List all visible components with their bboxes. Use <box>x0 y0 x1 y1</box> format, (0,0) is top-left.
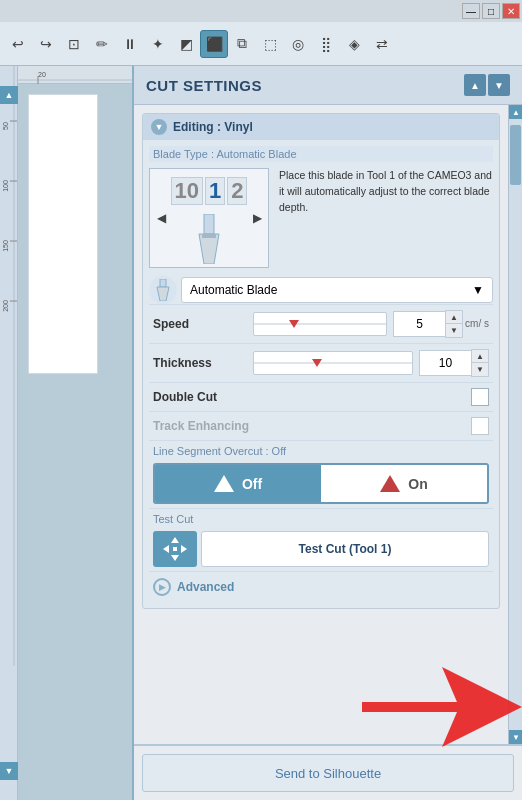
send-btn-container: Send to Silhouette <box>134 744 522 800</box>
scroll-bottom-button[interactable]: ▼ <box>509 730 522 744</box>
thickness-slider[interactable] <box>253 351 413 375</box>
thickness-decrement-button[interactable]: ▼ <box>472 363 488 376</box>
scroll-top-button[interactable]: ▲ <box>509 105 522 119</box>
speed-increment-button[interactable]: ▲ <box>446 311 462 324</box>
svg-marker-16 <box>157 287 169 301</box>
panel-up-button[interactable]: ▲ <box>464 74 486 96</box>
thickness-label: Thickness <box>153 356 253 370</box>
track-enhancing-checkbox[interactable] <box>471 417 489 435</box>
toggle-off-label: Off <box>242 476 262 492</box>
speed-unit-label: cm/ s <box>465 318 489 330</box>
double-cut-checkbox[interactable] <box>471 388 489 406</box>
transfer-icon[interactable]: ⇄ <box>368 30 396 58</box>
thickness-slider-track <box>254 363 412 364</box>
star-icon[interactable]: ✦ <box>144 30 172 58</box>
speed-slider-thumb[interactable] <box>289 320 299 328</box>
blade-type-label: Blade Type : Automatic Blade <box>149 146 493 162</box>
layout-icon[interactable]: ◩ <box>172 30 200 58</box>
panel-title: CUT SETTINGS <box>146 77 262 94</box>
send-to-silhouette-button[interactable]: Send to Silhouette <box>142 754 514 792</box>
scrollbar-thumb[interactable] <box>510 125 521 185</box>
draw-icon[interactable]: ✏ <box>88 30 116 58</box>
diamond-icon[interactable]: ◈ <box>340 30 368 58</box>
vertical-scrollbar[interactable]: ▲ ▼ <box>508 105 522 744</box>
circle-icon[interactable]: ◎ <box>284 30 312 58</box>
pause-icon[interactable]: ⏸ <box>116 30 144 58</box>
test-cut-row: Test Cut (Tool 1) <box>153 531 489 567</box>
grid-icon[interactable]: ⊡ <box>60 30 88 58</box>
frame-icon[interactable]: ⬚ <box>256 30 284 58</box>
blade-next-button[interactable]: ▶ <box>248 209 266 227</box>
test-cut-button[interactable]: Test Cut (Tool 1) <box>201 531 489 567</box>
double-cut-label: Double Cut <box>153 390 471 404</box>
toggle-on-label: On <box>408 476 427 492</box>
svg-text:150: 150 <box>2 240 9 252</box>
line-segment-off-button[interactable]: Off <box>155 465 321 502</box>
test-cut-label: Test Cut <box>149 508 493 527</box>
work-area <box>28 94 98 374</box>
editing-collapse-icon[interactable]: ▼ <box>151 119 167 135</box>
dots-icon[interactable]: ⣿ <box>312 30 340 58</box>
svg-rect-14 <box>202 234 216 238</box>
toolbar: ↩ ↪ ⊡ ✏ ⏸ ✦ ◩ ⬛ ⧉ ⬚ ◎ ⣿ ◈ ⇄ <box>0 22 522 66</box>
test-cut-move-button[interactable] <box>153 531 197 567</box>
maximize-button[interactable]: □ <box>482 3 500 19</box>
line-segment-toggle: Off On <box>153 463 489 504</box>
thickness-input[interactable] <box>419 350 471 376</box>
svg-marker-18 <box>171 555 179 561</box>
minimize-button[interactable]: — <box>462 3 480 19</box>
speed-row: Speed ▲ ▼ cm/ s <box>149 304 493 343</box>
thickness-slider-thumb[interactable] <box>312 359 322 367</box>
svg-text:200: 200 <box>2 300 9 312</box>
svg-text:50: 50 <box>2 122 9 130</box>
copy-icon[interactable]: ⧉ <box>228 30 256 58</box>
panel-arrow-controls: ▲ ▼ <box>464 74 510 96</box>
editing-section-header[interactable]: ▼ Editing : Vinyl <box>143 114 499 140</box>
advanced-play-icon: ▶ <box>153 578 171 596</box>
speed-decrement-button[interactable]: ▼ <box>446 324 462 337</box>
scroll-down-arrow[interactable]: ▼ <box>0 762 18 780</box>
speed-slider-track <box>254 324 386 325</box>
svg-marker-19 <box>163 545 169 553</box>
line-segment-on-button[interactable]: On <box>321 465 487 502</box>
svg-rect-21 <box>173 547 177 551</box>
panel-down-button[interactable]: ▼ <box>488 74 510 96</box>
speed-label: Speed <box>153 317 253 331</box>
blade-dropdown-row: Automatic Blade ▼ <box>149 276 493 304</box>
svg-marker-17 <box>171 537 179 543</box>
advanced-label: Advanced <box>177 580 234 594</box>
app-window: — □ ✕ ↩ ↪ ⊡ ✏ ⏸ ✦ ◩ ⬛ ⧉ ⬚ ◎ ⣿ ◈ ⇄ ▲ 50 1… <box>0 0 522 800</box>
undo-icon[interactable]: ↩ <box>4 30 32 58</box>
blade-num-10: 10 <box>171 177 203 205</box>
svg-rect-15 <box>160 279 166 287</box>
close-button[interactable]: ✕ <box>502 3 520 19</box>
editing-section: ▼ Editing : Vinyl Blade Type : Automatic… <box>142 113 500 609</box>
line-segment-label: Line Segment Overcut : Off <box>149 440 493 459</box>
speed-slider[interactable] <box>253 312 387 336</box>
redo-icon[interactable]: ↪ <box>32 30 60 58</box>
thickness-row: Thickness ▲ ▼ <box>149 343 493 382</box>
blade-prev-button[interactable]: ◀ <box>152 209 170 227</box>
advanced-row[interactable]: ▶ Advanced <box>149 571 493 602</box>
on-triangle-icon <box>380 475 400 492</box>
title-bar: — □ ✕ <box>0 0 522 22</box>
double-cut-row: Double Cut <box>149 382 493 411</box>
svg-marker-20 <box>181 545 187 553</box>
send-btn-label: Send to Silhouette <box>275 766 381 781</box>
track-enhancing-label: Track Enhancing <box>153 419 471 433</box>
thickness-spinner: ▲ ▼ <box>471 349 489 377</box>
speed-spinner: ▲ ▼ <box>445 310 463 338</box>
cut-settings-icon[interactable]: ⬛ <box>200 30 228 58</box>
panel-scroll-content[interactable]: ▲ ▼ ▼ Editing : Vinyl Blade Type : Autom… <box>134 105 522 744</box>
blade-num-2: 2 <box>227 177 247 205</box>
scroll-up-arrow[interactable]: ▲ <box>0 86 18 104</box>
cut-settings-panel: CUT SETTINGS ▲ ▼ ▲ ▼ <box>132 66 522 800</box>
blade-tool-icon <box>149 276 177 304</box>
speed-input[interactable] <box>393 311 445 337</box>
thickness-increment-button[interactable]: ▲ <box>472 350 488 363</box>
blade-image-container: ◀ 10 1 2 <box>149 168 269 268</box>
left-ruler-area: ▲ 50 100 150 200 ▼ <box>0 66 18 800</box>
blade-num-1: 1 <box>205 177 225 205</box>
blade-type-dropdown[interactable]: Automatic Blade ▼ <box>181 277 493 303</box>
test-cut-button-label: Test Cut (Tool 1) <box>299 542 392 556</box>
